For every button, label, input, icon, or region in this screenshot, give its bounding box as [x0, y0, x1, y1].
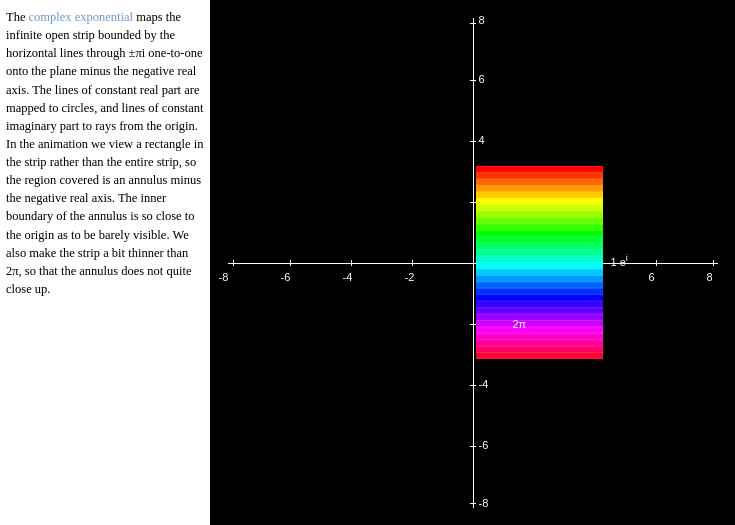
tick-y-neg8 — [470, 503, 476, 504]
body-text: maps the infinite open strip bounded by … — [6, 10, 204, 296]
tick-x-neg4 — [351, 260, 352, 266]
y-axis — [473, 18, 474, 508]
tick-y-neg4 — [470, 385, 476, 386]
tick-x-neg8 — [233, 260, 234, 266]
tick-y-8 — [470, 23, 476, 24]
tick-x-neg2 — [412, 260, 413, 266]
label-y-neg8: -8 — [479, 497, 489, 509]
label-x-neg6: -6 — [281, 271, 291, 283]
label-x-neg2: -2 — [405, 271, 415, 283]
tick-y-4 — [470, 141, 476, 142]
label-x-6: 6 — [649, 271, 655, 283]
label-x-neg8: -8 — [219, 271, 229, 283]
label-y-neg4: -4 — [479, 378, 489, 390]
e-label: 1 ei — [611, 253, 628, 268]
tick-x-8 — [713, 260, 714, 266]
label-y-4: 4 — [479, 134, 485, 146]
label-y-neg6: -6 — [479, 439, 489, 451]
coordinate-system: 2 4 6 8 -2 -4 -6 -8 2 4 6 8 -2 -4 -6 -8 … — [228, 18, 718, 508]
label-x-neg4: -4 — [343, 271, 353, 283]
text-panel: The complex exponential maps the infinit… — [0, 0, 210, 525]
graph-panel: 2 4 6 8 -2 -4 -6 -8 2 4 6 8 -2 -4 -6 -8 … — [210, 0, 735, 525]
tick-y-6 — [470, 80, 476, 81]
tick-y-neg6 — [470, 446, 476, 447]
tick-x-6 — [656, 260, 657, 266]
label-x-8: 8 — [707, 271, 713, 283]
intro-text: The — [6, 10, 29, 24]
tick-x-neg6 — [290, 260, 291, 266]
rainbow-rectangle — [476, 166, 603, 359]
label-y-6: 6 — [479, 73, 485, 85]
label-y-8: 8 — [479, 14, 485, 26]
complex-exponential-link[interactable]: complex exponential — [29, 10, 133, 24]
